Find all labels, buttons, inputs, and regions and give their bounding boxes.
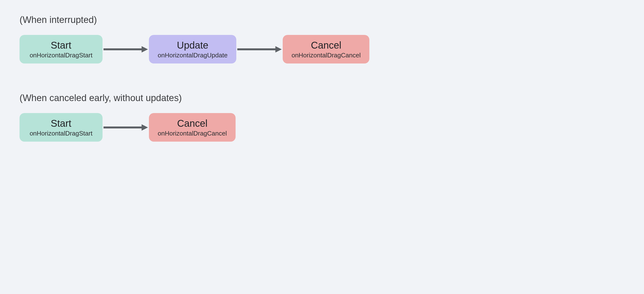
node-title: Start bbox=[28, 118, 94, 129]
node-start: Start onHorizontalDragStart bbox=[20, 113, 102, 142]
node-cancel: Cancel onHorizontalDragCancel bbox=[283, 35, 369, 64]
flow-section-interrupted: (When interrupted) Start onHorizontalDra… bbox=[20, 15, 624, 64]
svg-marker-3 bbox=[275, 46, 282, 52]
svg-marker-1 bbox=[142, 46, 148, 52]
flow-row: Start onHorizontalDragStart Update onHor… bbox=[20, 35, 624, 64]
node-sub: onHorizontalDragStart bbox=[28, 52, 94, 59]
node-title: Update bbox=[158, 39, 228, 51]
node-title: Cancel bbox=[158, 118, 227, 129]
section-label: (When interrupted) bbox=[20, 15, 624, 25]
node-sub: onHorizontalDragUpdate bbox=[158, 52, 228, 59]
arrow-right-icon bbox=[102, 125, 149, 130]
node-start: Start onHorizontalDragStart bbox=[20, 35, 102, 64]
arrow-right-icon bbox=[236, 47, 283, 52]
node-update: Update onHorizontalDragUpdate bbox=[149, 35, 236, 64]
node-title: Cancel bbox=[292, 39, 360, 51]
arrow-right-icon bbox=[102, 47, 149, 52]
node-sub: onHorizontalDragCancel bbox=[292, 52, 360, 59]
node-sub: onHorizontalDragStart bbox=[28, 130, 94, 137]
node-title: Start bbox=[28, 39, 94, 51]
svg-marker-5 bbox=[142, 124, 148, 131]
section-label: (When canceled early, without updates) bbox=[20, 93, 624, 103]
node-cancel: Cancel onHorizontalDragCancel bbox=[149, 113, 236, 142]
flow-row: Start onHorizontalDragStart Cancel onHor… bbox=[20, 113, 624, 142]
flow-section-early-cancel: (When canceled early, without updates) S… bbox=[20, 93, 624, 142]
node-sub: onHorizontalDragCancel bbox=[158, 130, 227, 137]
